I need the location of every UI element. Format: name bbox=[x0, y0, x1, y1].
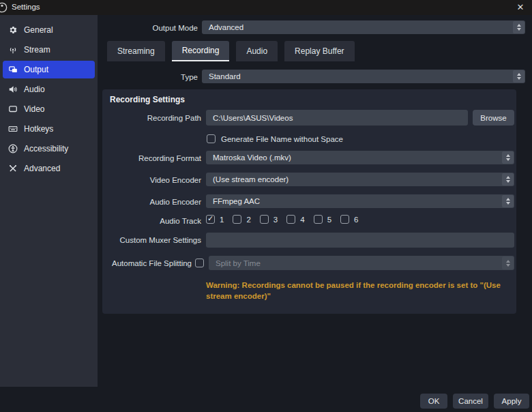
output-tabs: Streaming Recording Audio Replay Buffer bbox=[107, 41, 355, 61]
audio-track-label: Audio Track bbox=[106, 217, 201, 225]
keyboard-icon bbox=[8, 124, 18, 134]
sidebar-item-audio[interactable]: Audio bbox=[3, 80, 95, 98]
close-icon[interactable]: ✕ bbox=[514, 1, 527, 14]
audio-track-4-label: 4 bbox=[300, 216, 304, 224]
tools-icon bbox=[8, 164, 18, 174]
recording-format-select[interactable]: Matroska Video (.mkv) bbox=[206, 151, 514, 164]
spinner-icon[interactable] bbox=[502, 151, 514, 164]
antenna-icon bbox=[8, 45, 18, 55]
audio-track-5-label: 5 bbox=[327, 216, 331, 224]
recording-format-label: Recording Format bbox=[106, 154, 201, 162]
spinner-icon[interactable] bbox=[502, 195, 514, 207]
sidebar-item-label: General bbox=[24, 25, 53, 35]
custom-muxer-label: Custom Muxer Settings bbox=[106, 236, 201, 244]
monitor-icon bbox=[8, 104, 18, 115]
titlebar: Settings ✕ bbox=[0, 0, 532, 15]
generate-no-space-row: Generate File Name without Space bbox=[207, 134, 343, 143]
audio-encoder-select[interactable]: FFmpeg AAC bbox=[206, 194, 514, 208]
sidebar-item-output[interactable]: Output bbox=[3, 61, 95, 78]
sidebar-item-video[interactable]: Video bbox=[3, 100, 95, 118]
video-encoder-label: Video Encoder bbox=[106, 176, 201, 184]
window-title: Settings bbox=[12, 3, 40, 11]
obs-logo-icon bbox=[0, 2, 8, 13]
tab-replay-buffer[interactable]: Replay Buffer bbox=[284, 41, 355, 61]
spinner-icon[interactable] bbox=[513, 21, 524, 33]
sidebar-item-accessibility[interactable]: Accessibility bbox=[3, 140, 95, 158]
sidebar-item-advanced[interactable]: Advanced bbox=[3, 160, 95, 177]
sidebar-item-label: Advanced bbox=[24, 164, 60, 173]
output-icon bbox=[8, 65, 18, 75]
warning-text: Warning: Recordings cannot be paused if … bbox=[206, 280, 518, 301]
audio-track-1-checkbox[interactable] bbox=[206, 215, 215, 224]
sidebar-item-hotkeys[interactable]: Hotkeys bbox=[3, 120, 95, 138]
spinner-icon[interactable] bbox=[502, 173, 514, 186]
video-encoder-select[interactable]: (Use stream encoder) bbox=[206, 173, 514, 186]
audio-track-3-label: 3 bbox=[274, 216, 278, 224]
ok-button[interactable]: OK bbox=[420, 394, 447, 409]
settings-window: Settings ✕ General Stream Output Au bbox=[0, 0, 532, 412]
tab-recording[interactable]: Recording bbox=[172, 41, 230, 61]
auto-split-checkbox[interactable] bbox=[195, 259, 204, 267]
audio-track-4-checkbox[interactable] bbox=[286, 215, 295, 224]
sidebar-item-label: Stream bbox=[24, 45, 50, 55]
auto-split-select[interactable]: Split by Time bbox=[209, 256, 514, 270]
panel-title: Recording Settings bbox=[110, 95, 185, 104]
sidebar-item-label: Audio bbox=[24, 85, 45, 94]
custom-muxer-input[interactable] bbox=[206, 233, 514, 248]
browse-button[interactable]: Browse bbox=[473, 110, 514, 126]
output-mode-label: Output Mode bbox=[102, 24, 198, 32]
recording-settings-panel: Recording Settings Recording Path Browse… bbox=[102, 89, 516, 314]
type-label: Type bbox=[102, 73, 198, 81]
recording-path-label: Recording Path bbox=[106, 114, 201, 122]
type-select[interactable]: Standard bbox=[202, 70, 525, 83]
sidebar-item-label: Video bbox=[24, 104, 44, 114]
audio-track-6-checkbox[interactable] bbox=[340, 215, 349, 224]
sidebar: General Stream Output Audio Video bbox=[0, 15, 98, 387]
generate-no-space-label: Generate File Name without Space bbox=[221, 135, 343, 143]
sidebar-item-stream[interactable]: Stream bbox=[3, 41, 95, 59]
audio-track-row: 1 2 3 4 5 6 bbox=[206, 215, 362, 224]
tab-streaming[interactable]: Streaming bbox=[107, 41, 165, 61]
accessibility-icon bbox=[8, 144, 18, 154]
auto-split-value: Split by Time bbox=[209, 256, 501, 270]
generate-no-space-checkbox[interactable] bbox=[207, 134, 216, 143]
sidebar-item-general[interactable]: General bbox=[3, 21, 95, 39]
video-encoder-value: (Use stream encoder) bbox=[206, 173, 501, 186]
sidebar-item-label: Hotkeys bbox=[24, 124, 53, 134]
sidebar-item-label: Output bbox=[24, 65, 48, 74]
recording-format-value: Matroska Video (.mkv) bbox=[206, 151, 501, 164]
audio-encoder-label: Audio Encoder bbox=[106, 198, 201, 206]
auto-split-label: Automatic File Splitting bbox=[106, 259, 192, 267]
audio-track-6-label: 6 bbox=[354, 216, 358, 224]
cancel-button[interactable]: Cancel bbox=[453, 394, 488, 409]
spinner-icon[interactable] bbox=[513, 70, 524, 83]
audio-encoder-value: FFmpeg AAC bbox=[206, 194, 501, 208]
apply-button[interactable]: Apply bbox=[494, 394, 529, 409]
sidebar-item-label: Accessibility bbox=[24, 144, 68, 153]
recording-path-input[interactable] bbox=[206, 110, 468, 126]
spinner-icon bbox=[502, 256, 514, 269]
audio-track-3-checkbox[interactable] bbox=[260, 215, 269, 224]
audio-track-2-label: 2 bbox=[246, 216, 250, 224]
output-mode-select[interactable]: Advanced bbox=[202, 20, 525, 34]
gear-icon bbox=[8, 25, 18, 35]
tab-audio[interactable]: Audio bbox=[236, 41, 278, 61]
audio-track-5-checkbox[interactable] bbox=[314, 215, 323, 224]
type-value: Standard bbox=[202, 70, 512, 83]
audio-track-2-checkbox[interactable] bbox=[233, 215, 241, 224]
output-mode-value: Advanced bbox=[202, 20, 512, 34]
speaker-icon bbox=[8, 85, 18, 95]
audio-track-1-label: 1 bbox=[220, 216, 224, 224]
